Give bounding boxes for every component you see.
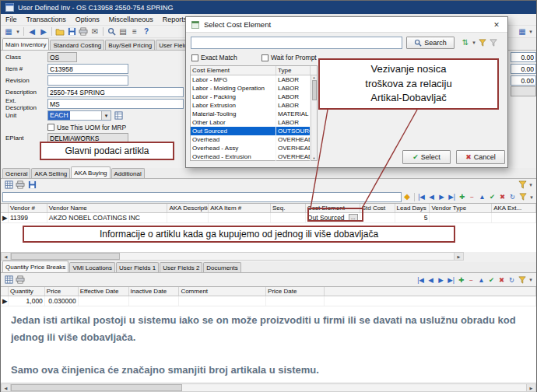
header-aka-ext[interactable]: AKA Ext... [492, 204, 536, 212]
cost-field-4[interactable] [511, 86, 536, 96]
forward-icon[interactable]: ▶ [38, 26, 49, 37]
ext-description-field[interactable] [47, 99, 184, 109]
nav-prior-button[interactable]: ◀ [426, 275, 436, 285]
tab-main-inventory[interactable]: Main Inventory [2, 38, 49, 50]
scrollbar-thumb[interactable] [11, 384, 182, 391]
scroll-left-icon[interactable]: ◀ [2, 384, 11, 391]
header-inactive-date[interactable]: Inactive Date [129, 287, 180, 296]
header-price-date[interactable]: Price Date [266, 287, 325, 296]
exact-match-checkbox[interactable] [191, 54, 198, 61]
vendor-grid-hscrollbar[interactable]: ◀ ▶ [1, 252, 464, 261]
uom-mrp-checkbox[interactable] [47, 124, 54, 131]
wait-for-prompt-option[interactable]: Wait for Prompt [261, 54, 317, 61]
tab-standard-costing[interactable]: Standard Costing [50, 40, 104, 50]
legend-icon[interactable]: ◆ [402, 192, 412, 202]
window-list-icon[interactable]: ▦ [517, 26, 528, 37]
scrollbar-thumb[interactable] [11, 253, 120, 260]
header-lead-days[interactable]: Lead Days [395, 204, 430, 212]
print-grid-icon[interactable] [15, 180, 26, 190]
scrollbar-thumb[interactable] [312, 80, 317, 100]
cost-field-2[interactable] [511, 64, 536, 74]
nav-first-button[interactable]: |◀ [416, 275, 426, 285]
delete-record-button[interactable]: − [467, 192, 477, 201]
filter-customize-icon[interactable] [488, 37, 499, 47]
tab-aka-selling[interactable]: AKA Selling [31, 168, 70, 178]
nav-last-button[interactable]: ▶| [447, 192, 457, 201]
tab-buy-sell-pricing[interactable]: Buy/Sell Pricing [105, 40, 155, 50]
scroll-right-icon[interactable]: ▶ [454, 253, 463, 260]
insert-record-button[interactable]: ✚ [457, 192, 467, 201]
cost-element-row[interactable]: Overhead - AssyOVERHEAD [191, 144, 317, 152]
scroll-left-icon[interactable]: ◀ [2, 253, 11, 260]
header-seq[interactable]: Seq. [271, 204, 306, 212]
uom-lookup-icon[interactable] [113, 110, 124, 121]
tab-documents[interactable]: Documents [203, 262, 240, 272]
nav-prior-button[interactable]: ◀ [426, 192, 437, 201]
cancel-button[interactable]: ✖ Cancel [456, 150, 505, 164]
header-effective-date[interactable]: Effective Date [79, 287, 129, 296]
grid-options-caret-icon[interactable]: ▾ [528, 180, 534, 190]
header-vendor-name[interactable]: Vendor Name [47, 204, 168, 212]
wait-for-prompt-checkbox[interactable] [261, 54, 268, 61]
dialog-table-vscrollbar[interactable]: ▲ ▼ [311, 75, 317, 160]
cost-element-row[interactable]: Labor - Molding OperationLABOR [191, 84, 317, 93]
filter-funnel-icon[interactable] [517, 180, 528, 190]
menu-file[interactable]: File [1, 15, 22, 24]
cost-element-row[interactable]: Overhead - ExtrusionOVERHEAD [191, 152, 317, 161]
edit-record-button[interactable]: ▲ [476, 275, 486, 285]
save-grid-icon[interactable] [26, 180, 37, 190]
export-grid-icon[interactable] [3, 275, 14, 285]
cost-element-row[interactable]: Labor - MFGLABOR [191, 75, 317, 84]
cost-field-1[interactable] [511, 52, 536, 62]
revision-field[interactable] [47, 75, 128, 86]
filter-funnel-icon[interactable] [477, 37, 488, 47]
select-button[interactable]: ✔ Select [402, 150, 451, 164]
bottom-hscrollbar[interactable]: ◀ ▶ [1, 383, 536, 392]
cost-field-3[interactable] [511, 75, 536, 86]
header-vendor-type[interactable]: Vendor Type [430, 204, 492, 212]
delete-record-button[interactable]: − [466, 275, 476, 285]
dialog-search-button[interactable]: Search [406, 37, 455, 49]
cost-element-row-selected[interactable]: Out SourcedOUTSOURC [191, 127, 317, 135]
nav-next-button[interactable]: ▶ [436, 275, 446, 285]
tab-general[interactable]: General [2, 168, 30, 178]
cost-element-row[interactable]: OverheadOVERHEAD [191, 135, 317, 144]
nav-last-button[interactable]: ▶| [446, 275, 456, 285]
scroll-up-icon[interactable]: ▲ [313, 75, 316, 79]
header-aka-description[interactable]: AKA Description [167, 204, 209, 212]
unit-combo[interactable]: EACH ▾ [47, 110, 111, 121]
class-field[interactable] [47, 52, 77, 62]
nav-first-button[interactable]: |◀ [416, 192, 426, 201]
tab-vmi-locations[interactable]: VMI Locations [69, 262, 115, 272]
back-icon[interactable]: ◀ [26, 26, 37, 37]
cost-element-row[interactable]: Labor ExtrusionLABOR [191, 101, 317, 110]
nav-next-button[interactable]: ▶ [437, 192, 447, 201]
tab-additional[interactable]: Additional [111, 168, 145, 178]
grid-menu-icon[interactable]: ▦ [3, 26, 14, 37]
menu-transactions[interactable]: Transactions [22, 15, 71, 24]
tab-user-fields-1[interactable]: User Fields 1 [116, 262, 159, 272]
help-icon[interactable]: ? [141, 26, 152, 37]
dialog-close-icon[interactable]: ✕ [490, 19, 504, 31]
insert-record-button[interactable]: ✚ [456, 275, 466, 285]
cancel-edit-button[interactable]: ✖ [497, 192, 507, 201]
post-edit-button[interactable]: ✔ [486, 275, 497, 285]
header-price[interactable]: Price [45, 287, 79, 296]
header-cost-element[interactable]: Cost Element [191, 66, 276, 75]
header-comment[interactable]: Comment [179, 287, 266, 296]
tab-user-fields-2[interactable]: User Fields 2 [160, 262, 202, 272]
print-icon[interactable] [78, 26, 89, 37]
header-std-cost[interactable]: Std Cost [360, 204, 395, 212]
description-field[interactable] [47, 87, 184, 97]
incremental-search-icon[interactable]: ⇅ [460, 37, 471, 47]
navigator-caret-icon[interactable]: ▾ [528, 192, 535, 202]
dialog-search-input[interactable] [191, 37, 402, 49]
scroll-right-icon[interactable]: ▶ [526, 384, 535, 391]
tab-aka-buying[interactable]: AKA Buying [71, 166, 110, 178]
scroll-down-icon[interactable]: ▼ [313, 156, 316, 160]
toolbar-caret-icon[interactable]: ▾ [528, 26, 534, 37]
navigator-caret-icon[interactable]: ▾ [528, 275, 534, 285]
grid-menu-caret-icon[interactable]: ▾ [15, 26, 21, 37]
list-icon[interactable]: ≡ [129, 26, 140, 37]
filter-funnel-icon[interactable] [517, 275, 528, 285]
